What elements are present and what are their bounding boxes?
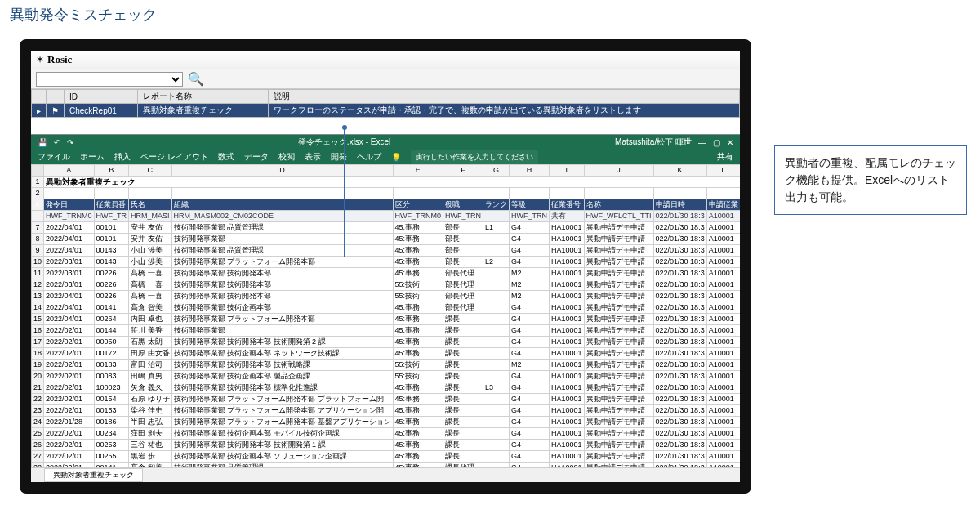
cell[interactable]: 022/01/30 18:3: [653, 325, 706, 337]
cell[interactable]: 00253: [94, 440, 129, 451]
cell[interactable]: [483, 405, 510, 417]
tab-formula[interactable]: 数式: [218, 151, 234, 163]
cell[interactable]: 00154: [94, 394, 129, 405]
cell[interactable]: [94, 188, 129, 199]
share-button[interactable]: 共有: [717, 151, 733, 163]
cell[interactable]: A10001: [706, 428, 740, 440]
cell[interactable]: 課長: [443, 360, 483, 371]
row-number[interactable]: 10: [32, 257, 44, 268]
cell[interactable]: A10001: [706, 371, 740, 382]
cell[interactable]: M2: [510, 279, 550, 291]
col-header[interactable]: D: [172, 165, 393, 177]
cell[interactable]: [44, 188, 95, 199]
field-code[interactable]: HWF_TRNM0: [44, 211, 95, 222]
cell[interactable]: 異動申請デモ申請: [584, 440, 653, 451]
cell[interactable]: G4: [510, 440, 550, 451]
cell[interactable]: 課長: [443, 405, 483, 417]
cell[interactable]: A10001: [706, 279, 740, 291]
row-number[interactable]: 17: [32, 337, 44, 348]
cell[interactable]: A10001: [706, 451, 740, 463]
row-number[interactable]: 28: [32, 463, 44, 468]
cell[interactable]: 技術開発事業部 品質管理課: [172, 463, 393, 468]
cell[interactable]: [483, 463, 510, 468]
cell[interactable]: M2: [510, 291, 550, 302]
field-header[interactable]: 従業員番: [94, 199, 129, 211]
tellme-input[interactable]: 実行したい作業を入力してください: [411, 150, 538, 164]
row-number[interactable]: 23: [32, 405, 44, 417]
cell[interactable]: 異動申請デモ申請: [584, 314, 653, 325]
field-header[interactable]: 等級: [510, 199, 550, 211]
cell[interactable]: 00143: [94, 257, 129, 268]
cell[interactable]: 部長代理: [443, 302, 483, 314]
cell[interactable]: 技術開発事業部 品質管理課: [172, 245, 393, 257]
cell[interactable]: 00226: [94, 291, 129, 302]
cell[interactable]: 00264: [94, 314, 129, 325]
cell[interactable]: A10001: [706, 268, 740, 279]
cell[interactable]: 2022/02/01: [44, 428, 95, 440]
cell[interactable]: HA10001: [550, 451, 585, 463]
cell[interactable]: G4: [510, 245, 550, 257]
cell[interactable]: 課長: [443, 371, 483, 382]
cell[interactable]: 安井 友佑: [129, 222, 172, 234]
cell[interactable]: 小山 渉美: [129, 245, 172, 257]
cell[interactable]: 2022/03/01: [44, 268, 95, 279]
cell[interactable]: G4: [510, 234, 550, 245]
row-number[interactable]: 22: [32, 394, 44, 405]
col-id[interactable]: ID: [65, 90, 138, 104]
cell[interactable]: 2022/02/01: [44, 382, 95, 394]
cell[interactable]: G4: [510, 325, 550, 337]
row-number[interactable]: 27: [32, 451, 44, 463]
cell[interactable]: 課長: [443, 382, 483, 394]
cell[interactable]: 45:事務: [393, 337, 443, 348]
cell[interactable]: 45:事務: [393, 382, 443, 394]
cell[interactable]: 異動申請デモ申請: [584, 337, 653, 348]
cell[interactable]: 課長: [443, 451, 483, 463]
cell[interactable]: 課長: [443, 325, 483, 337]
row-number[interactable]: 12: [32, 279, 44, 291]
field-code[interactable]: A10001: [706, 211, 740, 222]
col-header[interactable]: J: [584, 165, 653, 177]
cell[interactable]: 45:事務: [393, 222, 443, 234]
row-number[interactable]: 11: [32, 268, 44, 279]
cell[interactable]: 石黒 太朗: [129, 337, 172, 348]
cell[interactable]: A10001: [706, 337, 740, 348]
field-code[interactable]: HWF_TRN: [443, 211, 483, 222]
cell[interactable]: [584, 188, 653, 199]
cell[interactable]: A10001: [706, 302, 740, 314]
cell[interactable]: [129, 188, 172, 199]
row-number[interactable]: 2: [32, 188, 44, 199]
cell[interactable]: 022/01/30 18:3: [653, 382, 706, 394]
tab-home[interactable]: ホーム: [80, 151, 105, 163]
cell[interactable]: 2022/02/01: [44, 325, 95, 337]
undo-icon[interactable]: ↶: [54, 138, 60, 147]
cell[interactable]: G4: [510, 314, 550, 325]
cell[interactable]: 2022/04/01: [44, 234, 95, 245]
cell[interactable]: HA10001: [550, 314, 585, 325]
cell[interactable]: 笹川 美香: [129, 325, 172, 337]
cell[interactable]: 富田 治司: [129, 360, 172, 371]
cell[interactable]: 00153: [94, 405, 129, 417]
cell[interactable]: G4: [510, 371, 550, 382]
field-header[interactable]: 申請日時: [653, 199, 706, 211]
redo-icon[interactable]: ↷: [67, 138, 74, 147]
cell[interactable]: 2022/02/01: [44, 394, 95, 405]
cell[interactable]: 2022/02/01: [44, 348, 95, 360]
cell[interactable]: 00141: [94, 463, 129, 468]
cell[interactable]: A10001: [706, 291, 740, 302]
cell[interactable]: 技術開発事業部 品質管理課: [172, 222, 393, 234]
cell[interactable]: 2022/04/01: [44, 314, 95, 325]
cell[interactable]: HA10001: [550, 463, 585, 468]
cell[interactable]: 技術開発事業部 プラットフォーム開発本部 プラットフォーム開: [172, 394, 393, 405]
cell[interactable]: [510, 188, 550, 199]
cell[interactable]: [483, 234, 510, 245]
col-header[interactable]: G: [483, 165, 510, 177]
sheet-area[interactable]: ABCDEFGHIJKLMNOP1異動対象者重複チェック24発令日従業員番氏名組…: [31, 164, 740, 467]
tellme-icon[interactable]: 💡: [391, 153, 401, 162]
tab-insert[interactable]: 挿入: [114, 151, 131, 163]
cell[interactable]: 45:事務: [393, 245, 443, 257]
cell[interactable]: 2022/02/01: [44, 337, 95, 348]
cell[interactable]: HA10001: [550, 257, 585, 268]
cell[interactable]: 022/01/30 18:3: [653, 291, 706, 302]
cell[interactable]: 異動申請デモ申請: [584, 428, 653, 440]
field-code[interactable]: 共有: [550, 211, 585, 222]
